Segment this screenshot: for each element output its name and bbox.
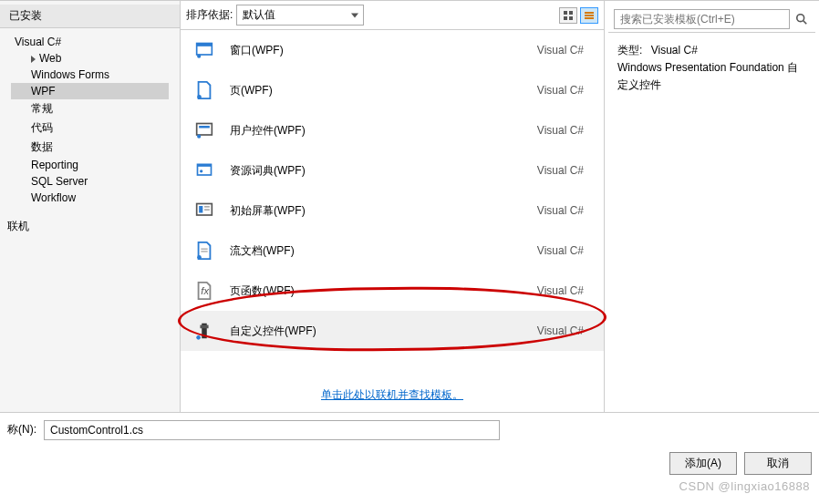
svg-rect-19 [204, 206, 210, 208]
svg-line-29 [803, 21, 807, 25]
sidebar-item-web[interactable]: Web [11, 50, 169, 67]
svg-point-28 [797, 15, 804, 22]
template-window[interactable]: 窗口(WPF) Visual C# [181, 30, 604, 70]
svg-point-23 [197, 255, 202, 260]
page-icon [192, 77, 217, 103]
online-link-row: 单击此处以联机并查找模板。 [181, 378, 604, 412]
footer-buttons: 添加(A) 取消 [0, 447, 819, 480]
template-user-control[interactable]: 用户控件(WPF) Visual C# [181, 110, 604, 150]
add-new-item-dialog: 已安装 Visual C# Web Windows Forms WPF 常规 代… [0, 0, 819, 447]
splash-screen-icon [192, 198, 217, 223]
template-page[interactable]: 页(WPF) Visual C# [181, 70, 604, 110]
list-icon [584, 10, 595, 21]
category-tree: Visual C# Web Windows Forms WPF 常规 代码 数据… [0, 28, 180, 211]
cancel-button[interactable]: 取消 [744, 452, 812, 475]
info-body: 类型: Visual C# Windows Presentation Found… [608, 33, 815, 104]
custom-control-icon [192, 318, 217, 344]
svg-text:fx: fx [201, 285, 209, 296]
svg-rect-20 [204, 209, 210, 211]
sidebar: 已安装 Visual C# Web Windows Forms WPF 常规 代… [0, 1, 181, 412]
svg-rect-18 [199, 206, 202, 213]
svg-rect-6 [585, 17, 594, 19]
sidebar-item-code[interactable]: 代码 [11, 118, 169, 138]
template-resource-dictionary[interactable]: 资源词典(WPF) Visual C# [181, 150, 604, 190]
svg-rect-3 [569, 16, 573, 20]
resource-dictionary-icon [192, 158, 217, 183]
svg-point-16 [200, 170, 202, 172]
description-text: Windows Presentation Foundation 自定义控件 [617, 59, 806, 94]
template-list: 窗口(WPF) Visual C# 页(WPF) Visual C# 用户控件(… [181, 30, 604, 378]
template-custom-control[interactable]: 自定义控件(WPF) Visual C# [181, 311, 604, 351]
view-small-icons-button[interactable] [559, 7, 577, 24]
sidebar-item-windows-forms[interactable]: Windows Forms [11, 67, 169, 83]
svg-rect-12 [199, 126, 210, 129]
type-label: 类型: [617, 44, 642, 57]
svg-rect-5 [585, 15, 594, 16]
sort-dropdown[interactable]: 默认值 [236, 5, 364, 26]
svg-point-10 [197, 95, 202, 99]
flow-document-icon [192, 238, 217, 263]
view-list-button[interactable] [580, 7, 598, 24]
online-header[interactable]: 联机 [0, 211, 180, 242]
info-panel: 类型: Visual C# Windows Presentation Found… [605, 1, 819, 412]
svg-point-9 [197, 55, 201, 58]
svg-rect-15 [198, 164, 212, 167]
search-input[interactable] [614, 9, 790, 29]
online-search-link[interactable]: 单击此处以联机并查找模板。 [321, 388, 463, 401]
info-toolbar [608, 6, 815, 33]
svg-rect-2 [564, 16, 567, 20]
sidebar-item-reporting[interactable]: Reporting [11, 157, 169, 173]
template-splash-screen[interactable]: 初始屏幕(WPF) Visual C# [181, 190, 604, 231]
sidebar-item-data[interactable]: 数据 [11, 138, 169, 157]
svg-rect-1 [569, 11, 573, 15]
center-toolbar: 排序依据: 默认值 [181, 1, 604, 30]
svg-rect-4 [585, 12, 594, 14]
name-input[interactable] [44, 420, 500, 440]
svg-rect-0 [564, 11, 567, 15]
main-row: 已安装 Visual C# Web Windows Forms WPF 常规 代… [0, 0, 819, 412]
type-value: Visual C# [651, 44, 698, 57]
sidebar-item-general[interactable]: 常规 [11, 99, 169, 118]
bottom-bar: 称(N): [0, 412, 819, 447]
svg-point-13 [197, 135, 201, 139]
sidebar-item-sql-server[interactable]: SQL Server [11, 173, 169, 190]
chevron-right-icon [31, 56, 36, 63]
user-control-icon [192, 118, 217, 143]
name-label: 称(N): [7, 422, 36, 437]
sidebar-item-workflow[interactable]: Workflow [11, 190, 169, 206]
svg-rect-26 [200, 325, 208, 329]
small-icons-icon [563, 10, 574, 21]
page-function-icon: fx [192, 278, 217, 303]
installed-header: 已安装 [0, 5, 180, 28]
svg-rect-11 [197, 124, 213, 136]
center-panel: 排序依据: 默认值 窗口(WPF) Visual C# [181, 1, 605, 412]
svg-point-27 [196, 335, 201, 340]
tree-root-visual-csharp[interactable]: Visual C# [11, 34, 169, 50]
window-icon [192, 37, 217, 63]
sort-label: 排序依据: [186, 7, 233, 23]
search-icon[interactable] [793, 11, 810, 27]
sidebar-item-wpf[interactable]: WPF [11, 83, 169, 99]
add-button[interactable]: 添加(A) [669, 452, 737, 475]
template-page-function[interactable]: fx 页函数(WPF) Visual C# [181, 271, 604, 311]
template-flow-document[interactable]: 流文档(WPF) Visual C# [181, 231, 604, 271]
svg-rect-8 [197, 44, 213, 46]
watermark-text: CSDN @lingxiao16888 [679, 479, 810, 493]
